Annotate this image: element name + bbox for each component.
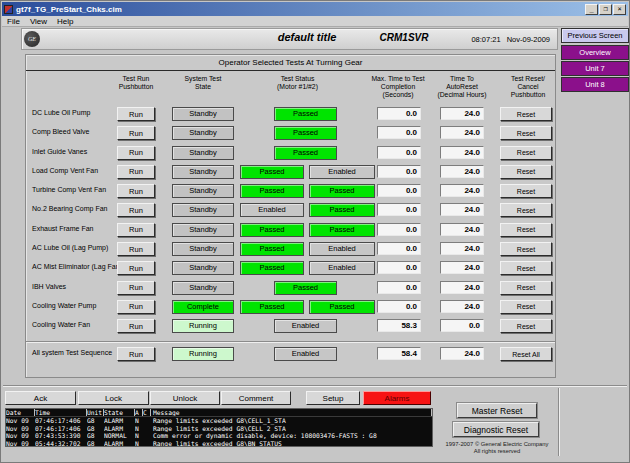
- nav-button-unit-7[interactable]: Unit 7: [561, 61, 629, 76]
- test-row: AC Lube Oil (Lag Pump)RunStandbyPassedEn…: [26, 240, 555, 259]
- minimize-button[interactable]: _: [585, 4, 598, 15]
- reset-button[interactable]: Reset: [500, 223, 552, 237]
- run-button[interactable]: Run: [117, 107, 155, 121]
- test-row: AC Mist Eliminator (Lag Fan)RunStandbyPa…: [26, 259, 555, 278]
- alarm-cell-time: 05:44:32:702: [35, 440, 87, 447]
- autoreset-field: 24.0: [440, 261, 484, 274]
- clock-date: Nov-09-2009: [507, 35, 550, 44]
- comment-button[interactable]: Comment: [221, 391, 291, 405]
- alarm-row[interactable]: Nov 0907:46:17:406G8ALARMNRange limits e…: [6, 417, 432, 424]
- run-button[interactable]: Run: [117, 203, 155, 217]
- max-time-field: 0.0: [377, 242, 421, 255]
- alarm-row[interactable]: Nov 0907:43:53:390G8NORMALNComm error or…: [6, 432, 432, 439]
- run-button[interactable]: Run: [117, 165, 155, 179]
- app-window: gt7f_TG_PreStart_Chks.cim _ ❐ × File Vie…: [0, 0, 630, 463]
- autoreset-field: 24.0: [440, 126, 484, 139]
- test-row: IBH ValvesRunStandbyPassed0.024.0Reset: [26, 279, 555, 298]
- run-button[interactable]: Run: [117, 223, 155, 237]
- system-state-cell: Standby: [172, 146, 234, 160]
- max-time-field: 0.0: [377, 300, 421, 313]
- alarm-row[interactable]: Nov 0905:44:32:702G8ALARMNRange limits e…: [6, 440, 432, 447]
- test-row-label: All system Test Sequence: [32, 349, 112, 356]
- alarm-cell-time: 07:46:17:406: [35, 425, 87, 432]
- max-time-field: 0.0: [377, 184, 421, 197]
- title-divider: [26, 70, 555, 71]
- alarm-header-unit: Unit: [87, 409, 104, 416]
- max-time-field: 0.0: [377, 146, 421, 159]
- test-row-label: Inlet Guide Vanes: [32, 148, 87, 155]
- run-button[interactable]: Run: [117, 242, 155, 256]
- test-status-cell: Enabled: [274, 347, 337, 361]
- test-status-cell: Enabled: [309, 165, 375, 179]
- run-button[interactable]: Run: [117, 300, 155, 314]
- test-status-cell: Enabled: [240, 203, 304, 217]
- test-row: Cooling Water FanRunRunningEnabled58.30.…: [26, 317, 555, 336]
- vertical-divider: [558, 388, 560, 456]
- diagnostic-reset-button[interactable]: Diagnostic Reset: [453, 422, 539, 437]
- all-system-row: All system Test SequenceRunRunningEnable…: [26, 345, 555, 364]
- nav-button-previous-screen[interactable]: Previous Screen: [561, 28, 629, 43]
- reset-button[interactable]: Reset: [500, 184, 552, 198]
- test-row: DC Lube Oil PumpRunStandbyPassed0.024.0R…: [26, 105, 555, 124]
- test-row: Turbine Comp Vent FanRunStandbyPassedPas…: [26, 182, 555, 201]
- reset-button[interactable]: Reset: [500, 107, 552, 121]
- close-button[interactable]: ×: [613, 4, 626, 15]
- alarm-header-date: Date: [6, 409, 35, 416]
- test-row-label: Load Comp Vent Fan: [32, 167, 98, 174]
- alarm-cell-date: Nov 09: [6, 440, 35, 447]
- reset-button[interactable]: Reset: [500, 242, 552, 256]
- nav-button-overview[interactable]: Overview: [561, 45, 629, 60]
- reset-button[interactable]: Reset: [500, 300, 552, 314]
- alarm-cell-message: Range limits exceeded G8\BN_STATUS: [151, 440, 432, 447]
- max-time-field: 0.0: [377, 126, 421, 139]
- reset-button[interactable]: Reset: [500, 126, 552, 140]
- maximize-button[interactable]: ❐: [599, 4, 612, 15]
- system-state-cell: Standby: [172, 107, 234, 121]
- reset-button[interactable]: Reset: [500, 146, 552, 160]
- menu-file[interactable]: File: [7, 17, 20, 26]
- test-row-label: Cooling Water Pump: [32, 302, 96, 309]
- reset-button[interactable]: Reset: [500, 319, 552, 333]
- run-button[interactable]: Run: [117, 347, 155, 361]
- autoreset-field: 24.0: [440, 347, 484, 360]
- run-button[interactable]: Run: [117, 146, 155, 160]
- alarms-button[interactable]: Alarms: [363, 391, 431, 405]
- alarm-row[interactable]: Nov 0907:46:17:406G8ALARMNRange limits e…: [6, 425, 432, 432]
- alarm-header-time: Time: [35, 409, 87, 416]
- menu-view[interactable]: View: [30, 17, 47, 26]
- alarm-cell-a: N: [135, 432, 143, 439]
- run-button[interactable]: Run: [117, 319, 155, 333]
- unlock-button[interactable]: Unlock: [150, 391, 220, 405]
- menubar: File View Help: [2, 16, 628, 27]
- alarm-cell-time: 07:46:17:406: [35, 417, 87, 424]
- run-button[interactable]: Run: [117, 281, 155, 295]
- system-state-cell: Standby: [172, 184, 234, 198]
- reset-button[interactable]: Reset All: [500, 347, 552, 361]
- test-status-cell: Passed: [309, 203, 375, 217]
- alarm-cell-time: 07:43:53:390: [35, 432, 87, 439]
- menu-help[interactable]: Help: [57, 17, 73, 26]
- alarm-cell-message: Range limits exceeded G8\CELL_1_STA: [151, 417, 432, 424]
- system-state-cell: Standby: [172, 261, 234, 275]
- run-button[interactable]: Run: [117, 126, 155, 140]
- reset-button[interactable]: Reset: [500, 261, 552, 275]
- run-button[interactable]: Run: [117, 261, 155, 275]
- test-row-label: Cooling Water Fan: [32, 321, 90, 328]
- max-time-field: 58.4: [377, 347, 421, 360]
- copyright-text: 1997-2007 © General Electric Company All…: [437, 441, 557, 454]
- system-state-cell: Running: [172, 347, 234, 361]
- lock-button[interactable]: Lock: [78, 391, 149, 405]
- reset-button[interactable]: Reset: [500, 281, 552, 295]
- run-button[interactable]: Run: [117, 184, 155, 198]
- alarm-cell-state: ALARM: [104, 425, 135, 432]
- header-strip: GE default title CRM1SVR 08:07:21Nov-09-…: [21, 28, 558, 50]
- setup-button[interactable]: Setup: [306, 391, 360, 405]
- autoreset-field: 24.0: [440, 146, 484, 159]
- system-state-cell: Standby: [172, 242, 234, 256]
- reset-button[interactable]: Reset: [500, 203, 552, 217]
- test-status-cell: Passed: [240, 261, 304, 275]
- master-reset-button[interactable]: Master Reset: [457, 403, 537, 418]
- ack-button[interactable]: Ack: [5, 391, 76, 405]
- nav-button-unit-8[interactable]: Unit 8: [561, 77, 629, 92]
- reset-button[interactable]: Reset: [500, 165, 552, 179]
